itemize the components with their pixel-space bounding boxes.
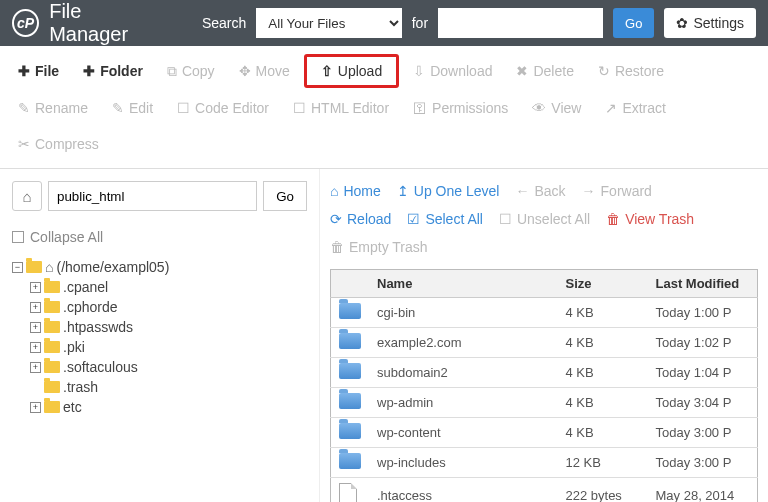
view-trash-link[interactable]: 🗑View Trash (606, 211, 694, 227)
check-icon: ☑ (407, 211, 420, 227)
extract-icon: ↗ (605, 100, 617, 116)
expand-icon[interactable]: + (30, 342, 41, 353)
file-icon (339, 483, 357, 502)
download-button[interactable]: ⇩Download (403, 54, 502, 88)
tree-item[interactable]: +.cphorde (30, 297, 307, 317)
folder-icon (26, 261, 42, 273)
move-icon: ✥ (239, 63, 251, 79)
table-row[interactable]: cgi-bin4 KBToday 1:00 P (331, 298, 758, 328)
tree-item-label: .pki (63, 339, 85, 355)
file-modified: May 28, 2014 (648, 478, 758, 503)
compress-icon: ✂ (18, 136, 30, 152)
cpanel-logo: cP (12, 9, 39, 37)
up-one-level-link[interactable]: ↥Up One Level (397, 183, 500, 199)
file-name: wp-includes (369, 448, 558, 478)
tree-item[interactable]: +.cpanel (30, 277, 307, 297)
empty-trash-link[interactable]: 🗑Empty Trash (330, 239, 428, 255)
edit-icon: ✎ (112, 100, 124, 116)
back-link[interactable]: ←Back (515, 183, 565, 199)
compress-button[interactable]: ✂Compress (8, 128, 109, 160)
trash-icon: 🗑 (606, 211, 620, 227)
delete-button[interactable]: ✖Delete (506, 54, 583, 88)
reload-link[interactable]: ⟳Reload (330, 211, 391, 227)
restore-button[interactable]: ↻Restore (588, 54, 674, 88)
forward-icon: → (582, 183, 596, 199)
html-editor-button[interactable]: ☐HTML Editor (283, 92, 399, 124)
upload-button[interactable]: ⇧Upload (304, 54, 399, 88)
toolbar: ✚File ✚Folder ⧉Copy ✥Move ⇧Upload ⇩Downl… (0, 46, 768, 169)
tree-item[interactable]: +etc (30, 397, 307, 417)
file-size: 4 KB (558, 328, 648, 358)
folder-icon (339, 393, 361, 409)
code-editor-button[interactable]: ☐Code Editor (167, 92, 279, 124)
expand-icon[interactable]: + (30, 322, 41, 333)
search-input[interactable] (438, 8, 603, 38)
expand-icon[interactable]: + (30, 362, 41, 373)
collapse-all-button[interactable]: Collapse All (12, 229, 307, 245)
tree-root[interactable]: − ⌂ (/home/exampl05) (12, 257, 307, 277)
home-icon: ⌂ (330, 183, 338, 199)
table-row[interactable]: subdomain24 KBToday 1:04 P (331, 358, 758, 388)
name-header[interactable]: Name (369, 270, 558, 298)
table-row[interactable]: wp-admin4 KBToday 3:04 P (331, 388, 758, 418)
file-table: Name Size Last Modified cgi-bin4 KBToday… (330, 269, 758, 502)
tree-item[interactable]: +.htpasswds (30, 317, 307, 337)
tree-item-label: etc (63, 399, 82, 415)
table-row[interactable]: wp-content4 KBToday 3:00 P (331, 418, 758, 448)
path-go-button[interactable]: Go (263, 181, 307, 211)
permissions-button[interactable]: ⚿Permissions (403, 92, 518, 124)
home-link[interactable]: ⌂Home (330, 183, 381, 199)
collapse-icon[interactable]: − (12, 262, 23, 273)
expand-icon[interactable]: + (30, 302, 41, 313)
reload-icon: ⟳ (330, 211, 342, 227)
rename-icon: ✎ (18, 100, 30, 116)
view-button[interactable]: 👁View (522, 92, 591, 124)
folder-icon (339, 453, 361, 469)
unselect-all-link[interactable]: ☐Unselect All (499, 211, 590, 227)
table-row[interactable]: wp-includes12 KBToday 3:00 P (331, 448, 758, 478)
copy-button[interactable]: ⧉Copy (157, 54, 225, 88)
file-size: 4 KB (558, 298, 648, 328)
file-button[interactable]: ✚File (8, 54, 69, 88)
file-name: subdomain2 (369, 358, 558, 388)
tree-item[interactable]: .trash (30, 377, 307, 397)
rename-button[interactable]: ✎Rename (8, 92, 98, 124)
folder-button[interactable]: ✚Folder (73, 54, 153, 88)
download-icon: ⇩ (413, 63, 425, 79)
file-modified: Today 1:02 P (648, 328, 758, 358)
edit-button[interactable]: ✎Edit (102, 92, 163, 124)
table-row[interactable]: example2.com4 KBToday 1:02 P (331, 328, 758, 358)
code-icon: ☐ (177, 100, 190, 116)
file-modified: Today 3:00 P (648, 448, 758, 478)
back-icon: ← (515, 183, 529, 199)
tree-item[interactable]: +.pki (30, 337, 307, 357)
folder-icon (44, 401, 60, 413)
file-size: 4 KB (558, 418, 648, 448)
tree-item-label: .trash (63, 379, 98, 395)
size-header[interactable]: Size (558, 270, 648, 298)
file-name: cgi-bin (369, 298, 558, 328)
modified-header[interactable]: Last Modified (648, 270, 758, 298)
up-icon: ↥ (397, 183, 409, 199)
select-all-link[interactable]: ☑Select All (407, 211, 483, 227)
folder-icon (44, 341, 60, 353)
settings-button[interactable]: ✿ Settings (664, 8, 756, 38)
move-button[interactable]: ✥Move (229, 54, 300, 88)
plus-icon: ✚ (18, 63, 30, 79)
expand-icon[interactable]: + (30, 282, 41, 293)
plus-icon: ✚ (83, 63, 95, 79)
table-row[interactable]: .htaccess222 bytesMay 28, 2014 (331, 478, 758, 503)
expand-icon[interactable]: + (30, 402, 41, 413)
search-scope-select[interactable]: All Your Files (256, 8, 401, 38)
tree-item[interactable]: +.softaculous (30, 357, 307, 377)
upload-icon: ⇧ (321, 63, 333, 79)
folder-icon (44, 301, 60, 313)
home-icon-button[interactable]: ⌂ (12, 181, 42, 211)
search-go-button[interactable]: Go (613, 8, 654, 38)
for-label: for (412, 15, 428, 31)
forward-link[interactable]: →Forward (582, 183, 652, 199)
delete-icon: ✖ (516, 63, 528, 79)
extract-button[interactable]: ↗Extract (595, 92, 676, 124)
file-name: wp-content (369, 418, 558, 448)
path-input[interactable] (48, 181, 257, 211)
